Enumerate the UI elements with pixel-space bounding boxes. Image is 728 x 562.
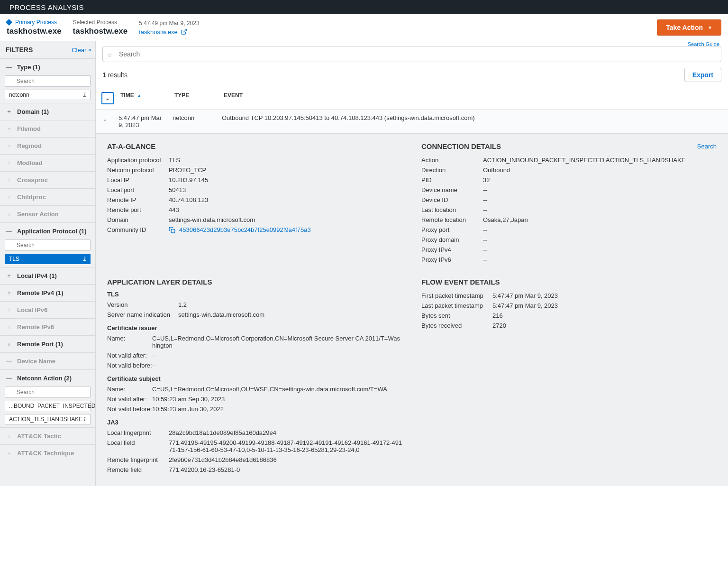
sort-asc-icon: ▲ <box>137 93 142 98</box>
take-action-button[interactable]: Take Action▼ <box>657 19 721 36</box>
expand-all-toggle[interactable]: ⌄ <box>101 92 114 104</box>
facet-remote-ipv6[interactable]: +Remote IPv6 <box>0 319 95 335</box>
facet-filemod[interactable]: +Filemod <box>0 120 95 137</box>
cell-type: netconn <box>173 114 215 121</box>
at-a-glance-title: AT-A-GLANCE <box>107 142 402 150</box>
value-remote-port: 443 <box>169 206 402 213</box>
value-first-packet: 5:47:47 pm Mar 9, 2023 <box>492 292 717 299</box>
search-icon: ⌕ <box>108 51 112 58</box>
popout-icon <box>181 28 187 35</box>
primary-process-label: Primary Process <box>7 19 62 26</box>
flow-event-title: FLOW EVENT DETAILS <box>421 278 717 286</box>
value-local-ip: 10.203.97.145 <box>169 176 402 184</box>
facet-type-search[interactable] <box>5 75 91 87</box>
cell-time: 5:47:47 pm Mar 9, 2023 <box>118 114 166 129</box>
filter-pill-netconn[interactable]: netconn1 <box>5 90 91 100</box>
value-last-packet: 5:47:47 pm Mar 9, 2023 <box>492 302 717 309</box>
value-last-location: -- <box>483 206 717 213</box>
connection-search-link[interactable]: Search <box>697 143 717 150</box>
plus-icon: + <box>6 289 12 296</box>
plus-icon: + <box>6 341 12 348</box>
cert-subject-subhead: Certificate subject <box>107 375 402 382</box>
timestamp-block: 5:47:49 pm Mar 9, 2023 taskhostw.exe <box>139 14 210 41</box>
value-proxy-port: -- <box>483 226 717 233</box>
plus-icon: + <box>6 108 12 115</box>
facet-netconn-action[interactable]: —Netconn Action (2) <box>0 370 95 387</box>
value-device-name: -- <box>483 186 717 193</box>
copy-icon <box>169 227 175 233</box>
diamond-icon <box>6 19 12 26</box>
facet-modload[interactable]: +Modload <box>0 155 95 171</box>
search-guide-link[interactable]: Search Guide <box>688 41 719 47</box>
column-type[interactable]: TYPE <box>174 92 217 99</box>
facet-local-ipv6[interactable]: +Local IPv6 <box>0 302 95 318</box>
facet-attack-technique[interactable]: +ATT&CK Technique <box>0 445 95 461</box>
facet-type[interactable]: —Type (1) <box>0 59 95 75</box>
value-proxy-domain: -- <box>483 236 717 243</box>
plus-icon: + <box>6 211 12 218</box>
value-pid: 32 <box>483 176 717 184</box>
export-button[interactable]: Export <box>684 68 721 82</box>
plus-icon: + <box>6 193 12 201</box>
community-id-link[interactable]: 453066423d29b3e75bc24b7f25e0992f9a4f75a3 <box>169 226 402 233</box>
value-issuer-nva: -- <box>152 352 402 359</box>
value-subject-nvb: 10:59:23 am Jun 30, 2022 <box>152 405 402 413</box>
facet-remote-port[interactable]: +Remote Port (1) <box>0 336 95 352</box>
clear-filters-link[interactable]: Clear« <box>72 46 90 54</box>
value-bytes-sent: 216 <box>492 312 717 319</box>
selected-process-label: Selected Process <box>73 19 128 26</box>
value-local-field: 771,49196-49195-49200-49199-49188-49187-… <box>169 439 402 453</box>
value-local-fingerprint: 28a2c9bd18a11de089ef85a160da29e4 <box>169 429 402 436</box>
filter-pill-tls-handshake[interactable]: ACTION_TLS_HANDSHAKE1 <box>5 414 91 424</box>
value-remote-location: Osaka,27,Japan <box>483 216 717 223</box>
facet-crossproc[interactable]: +Crossproc <box>0 172 95 188</box>
search-input[interactable] <box>102 46 721 62</box>
facet-application-protocol[interactable]: —Application Protocol (1) <box>0 223 95 240</box>
filters-title: FILTERS <box>6 46 33 54</box>
plus-icon: + <box>6 306 12 313</box>
plus-icon: + <box>6 272 12 279</box>
facet-device-name[interactable]: —Device Name <box>0 353 95 369</box>
double-chevron-left-icon: « <box>88 46 90 53</box>
table-row[interactable]: ⌄ 5:47:47 pm Mar 9, 2023 netconn Outboun… <box>96 110 728 133</box>
value-action: ACTION_INBOUND_PACKET_INSPECTED ACTION_T… <box>483 157 717 164</box>
plus-icon: + <box>6 433 12 440</box>
value-device-id: -- <box>483 196 717 203</box>
app-layer-title: APPLICATION LAYER DETAILS <box>107 278 402 286</box>
value-issuer-name: C=US,L=Redmond,O=Microsoft Corporation,C… <box>152 335 402 349</box>
primary-process-name: taskhostw.exe <box>7 27 62 36</box>
column-event[interactable]: EVENT <box>224 92 721 99</box>
svg-rect-1 <box>171 229 175 233</box>
minus-icon: — <box>6 375 12 382</box>
filters-sidebar: FILTERS Clear« —Type (1) ⌕ netconn1 +Dom… <box>0 41 96 486</box>
facet-local-ipv4[interactable]: +Local IPv4 (1) <box>0 267 95 284</box>
plus-icon: + <box>6 323 12 331</box>
value-domain: settings-win.data.microsoft.com <box>169 216 402 223</box>
selected-process-block: Selected Process taskhostw.exe <box>73 14 139 41</box>
value-subject-nva: 10:59:23 am Sep 30, 2023 <box>152 396 402 403</box>
column-time[interactable]: TIME▲ <box>120 92 168 99</box>
value-direction: Outbound <box>483 166 717 174</box>
facet-childproc[interactable]: +Childproc <box>0 189 95 205</box>
value-bytes-received: 2720 <box>492 322 717 329</box>
plus-icon: + <box>6 176 12 184</box>
facet-sensor-action[interactable]: +Sensor Action <box>0 206 95 222</box>
value-app-protocol: TLS <box>169 157 402 164</box>
main-content: Search Guide ⌕ 1 results Export ⌄ TIME▲ … <box>96 41 728 486</box>
value-local-port: 50413 <box>169 186 402 193</box>
row-expand-toggle[interactable]: ⌄ <box>102 114 112 122</box>
value-proxy-ipv4: -- <box>483 246 717 253</box>
facet-regmod[interactable]: +Regmod <box>0 138 95 154</box>
plus-icon: + <box>6 159 12 166</box>
facet-approtocol-search[interactable] <box>5 240 91 251</box>
facet-domain[interactable]: +Domain (1) <box>0 103 95 120</box>
facet-remote-ipv4[interactable]: +Remote IPv4 (1) <box>0 285 95 301</box>
filter-pill-tls[interactable]: TLS1 <box>5 254 91 264</box>
facet-netconn-action-search[interactable] <box>5 387 91 398</box>
filter-pill-bound-packet[interactable]: ...BOUND_PACKET_INSPECTED1 <box>5 401 91 411</box>
value-netconn-protocol: PROTO_TCP <box>169 166 402 174</box>
facet-attack-tactic[interactable]: +ATT&CK Tactic <box>0 428 95 444</box>
process-link[interactable]: taskhostw.exe <box>139 28 199 36</box>
cert-issuer-subhead: Certificate issuer <box>107 324 402 332</box>
value-remote-ip: 40.74.108.123 <box>169 196 402 203</box>
